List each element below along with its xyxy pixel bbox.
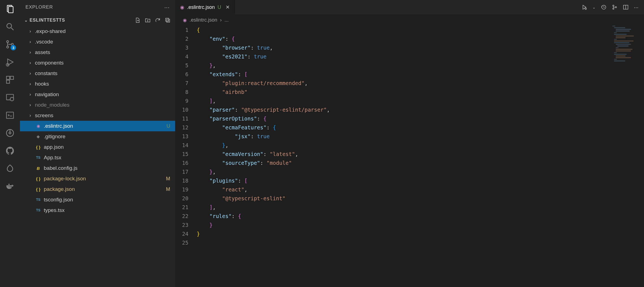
extensions-icon[interactable] [5,75,15,85]
svg-point-16 [9,132,11,134]
history-icon[interactable] [600,4,607,10]
breadcrumb-rest[interactable]: ... [224,17,229,23]
scm-badge: 3 [11,45,16,50]
file-type-icon: { } [35,145,42,150]
json-file-icon: ◉ [183,17,187,23]
run-debug-icon[interactable] [5,57,15,67]
git-status: M [166,176,170,182]
refresh-icon[interactable] [155,17,161,23]
svg-point-26 [585,8,587,10]
breadcrumb-file[interactable]: .eslintrc.json [190,17,217,23]
breadcrumbs[interactable]: ◉ .eslintrc.json › ... [175,14,644,25]
file-tree[interactable]: ›.expo-shared›.vscode›assets›components›… [20,26,175,287]
file-type-icon: TS [35,198,42,202]
file-type-icon: TS [35,208,42,212]
tab-git-status: U [218,4,221,10]
file-row[interactable]: Bbabel.config.js [20,163,175,173]
svg-rect-21 [8,184,9,185]
tab-bar: ◉ .eslintrc.json U ✕ ⌄ ··· [175,0,644,14]
file-row[interactable]: { }package-lock.jsonM [20,173,175,184]
folder-row[interactable]: ›assets [20,47,175,58]
docker-icon[interactable] [5,181,15,191]
code-content[interactable]: { "env": { "browser": true, "es2021": tr… [197,25,644,287]
folder-label: assets [35,49,170,55]
file-label: .eslintrc.json [44,123,164,129]
chevron-right-icon: › [28,102,33,108]
chevron-right-icon: › [28,92,33,97]
svg-rect-11 [6,80,9,83]
chevron-right-icon: › [28,50,33,55]
folder-label: navigation [35,91,170,98]
file-label: types.tsx [44,207,170,213]
folder-row[interactable]: ›.vscode [20,37,175,47]
chevron-right-icon: › [28,39,33,45]
chevron-right-icon: › [28,81,33,87]
git-status: U [167,123,170,129]
file-label: app.json [44,144,170,150]
chevron-right-icon: › [28,113,33,118]
folder-label: screens [35,112,170,119]
split-editor-icon[interactable] [623,4,629,10]
live-share-icon[interactable] [5,163,15,173]
chevron-down-icon[interactable]: ⌄ [592,5,596,9]
file-row[interactable]: TStypes.tsx [20,205,175,216]
file-label: .gitignore [44,134,170,140]
run-icon[interactable] [581,4,587,10]
tab-eslintrc[interactable]: ◉ .eslintrc.json U ✕ [175,0,235,14]
collapse-all-icon[interactable] [165,17,171,23]
json-file-icon: ◉ [180,4,184,10]
activity-bar: 3 [0,0,20,287]
file-type-icon: { } [35,187,42,192]
more-icon[interactable]: ··· [164,4,170,11]
project-header[interactable]: ⌄ ESLINTTESTTS [20,14,175,26]
github-icon[interactable] [5,146,15,156]
file-row[interactable]: { }package.jsonM [20,184,175,194]
tab-label: .eslintrc.json [187,4,215,10]
file-type-icon: B [35,166,42,171]
file-row[interactable]: { }app.json [20,142,175,152]
svg-line-3 [11,28,14,30]
sidebar-title: EXPLORER [25,4,53,10]
new-folder-icon[interactable] [145,17,151,23]
explorer-icon[interactable] [5,4,15,14]
svg-rect-14 [6,112,14,119]
file-label: tsconfig.json [44,197,170,203]
svg-marker-7 [8,59,13,65]
more-icon[interactable]: ··· [634,4,638,11]
line-gutter: 1234567891011121314151617181920212223242… [175,25,197,287]
folder-row[interactable]: ›hooks [20,79,175,89]
new-file-icon[interactable] [135,17,141,23]
folder-label: constants [35,70,170,76]
svg-point-5 [7,46,9,48]
compare-icon[interactable] [612,4,618,10]
chevron-down-icon: ⌄ [24,18,28,22]
editor-actions: ⌄ ··· [581,0,644,14]
folder-row[interactable]: ›components [20,58,175,68]
source-control-icon[interactable]: 3 [5,39,15,49]
file-row[interactable]: TSApp.tsx [20,152,175,163]
file-row[interactable]: TStsconfig.json [20,194,175,205]
folder-label: .expo-shared [35,28,170,34]
terminal-panel-icon[interactable] [5,110,15,120]
folder-row[interactable]: ›.expo-shared [20,26,175,37]
folder-row[interactable]: ›constants [20,68,175,79]
folder-row[interactable]: ›screens [20,110,175,121]
folder-row[interactable]: ›node_modules [20,100,175,110]
remote-explorer-icon[interactable] [5,93,15,102]
gitlens-icon[interactable] [5,128,15,138]
git-status: M [166,186,170,192]
file-row[interactable]: ◉.eslintrc.jsonU [20,121,175,131]
folder-label: hooks [35,81,170,87]
file-type-icon: { } [35,176,42,181]
svg-rect-1 [8,7,13,13]
folder-label: node_modules [35,102,170,108]
code-editor[interactable]: 1234567891011121314151617181920212223242… [175,25,644,287]
svg-point-30 [615,7,617,8]
folder-row[interactable]: ›navigation [20,89,175,100]
file-type-icon: ◉ [35,124,42,129]
project-name: ESLINTTESTTS [30,18,65,23]
file-row[interactable]: ◆.gitignore [20,131,175,142]
search-icon[interactable] [5,22,15,32]
file-type-icon: ◆ [35,134,42,139]
close-icon[interactable]: ✕ [226,4,230,10]
